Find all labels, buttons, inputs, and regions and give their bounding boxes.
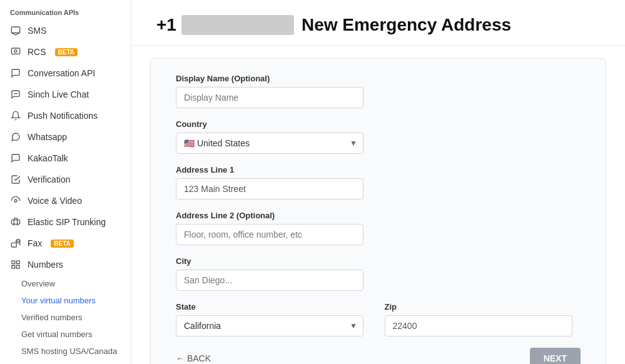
svg-rect-8: [12, 261, 15, 264]
fax-icon: [10, 238, 21, 249]
country-group: Country 🇺🇸 United States ▼: [176, 119, 581, 154]
sidebar-section-label: Communication APIs: [0, 0, 131, 20]
sidebar-item-conversation-api-label: Conversation API: [28, 68, 95, 78]
sidebar: Communication APIs SMS RCS BETA Conversa…: [0, 0, 131, 364]
svg-rect-0: [11, 27, 19, 33]
sidebar-item-elastic-sip-label: Elastic SIP Trunking: [28, 217, 106, 227]
sidebar-item-rcs-label: RCS: [28, 47, 46, 57]
bell-icon: [10, 110, 21, 121]
kakaotalk-icon: [10, 153, 21, 164]
display-name-group: Display Name (Optional): [176, 74, 581, 108]
sub-item-verified-numbers[interactable]: Verified numbers: [0, 309, 131, 326]
sidebar-item-voice-video-label: Voice & Video: [28, 196, 82, 206]
sidebar-item-kakaotalk[interactable]: KakaoTalk: [0, 148, 131, 169]
svg-rect-10: [12, 265, 15, 268]
state-label: State: [176, 302, 372, 311]
sidebar-item-whatsapp-label: Whatsapp: [28, 132, 67, 142]
svg-point-2: [14, 50, 17, 53]
country-label: Country: [176, 119, 581, 129]
zip-input[interactable]: [385, 315, 572, 336]
state-select[interactable]: California: [176, 315, 363, 336]
address-line1-label: Address Line 1: [176, 165, 581, 174]
sidebar-item-sinch-live-chat[interactable]: Sinch Live Chat: [0, 84, 131, 105]
zip-col: Zip: [385, 302, 581, 336]
zip-label: Zip: [385, 302, 581, 311]
sidebar-item-elastic-sip[interactable]: Elastic SIP Trunking: [0, 211, 131, 233]
sidebar-item-fax-label: Fax: [28, 238, 42, 248]
rcs-icon: [10, 46, 21, 58]
phone-number-blurred: [181, 15, 294, 35]
state-zip-group: State California ▼ Zip: [176, 302, 581, 336]
sidebar-item-whatsapp[interactable]: Whatsapp: [0, 126, 131, 148]
back-button[interactable]: ← BACK: [176, 353, 211, 363]
sidebar-item-sinch-live-chat-label: Sinch Live Chat: [28, 89, 89, 99]
sidebar-item-numbers-label: Numbers: [28, 260, 63, 270]
country-select-wrapper: 🇺🇸 United States ▼: [176, 133, 363, 154]
address-line2-label: Address Line 2 (Optional): [176, 211, 581, 220]
address-line1-group: Address Line 1: [176, 165, 581, 200]
voice-icon: [10, 195, 21, 206]
sidebar-item-push-notifications[interactable]: Push Notifications: [0, 105, 131, 126]
page-title: New Emergency Address: [302, 15, 511, 35]
svg-rect-9: [16, 261, 19, 264]
sub-item-get-virtual-numbers[interactable]: Get virtual numbers: [0, 326, 131, 343]
sidebar-item-sms-label: SMS: [28, 26, 46, 36]
country-select[interactable]: 🇺🇸 United States: [176, 133, 363, 154]
sms-icon: [10, 25, 21, 36]
next-button[interactable]: NEXT: [530, 348, 581, 364]
svg-rect-1: [11, 48, 19, 54]
svg-point-4: [14, 200, 17, 202]
state-select-wrapper: California ▼: [176, 315, 363, 336]
back-next-row: ← BACK NEXT: [176, 348, 581, 364]
city-input[interactable]: [176, 270, 363, 291]
city-group: City: [176, 256, 581, 291]
sinch-live-chat-icon: [10, 89, 21, 100]
display-name-label: Display Name (Optional): [176, 74, 581, 83]
sidebar-item-push-notifications-label: Push Notifications: [28, 111, 98, 121]
form-container: Display Name (Optional) Country 🇺🇸 Unite…: [150, 58, 606, 364]
display-name-input[interactable]: [176, 87, 363, 108]
numbers-icon: [10, 259, 21, 270]
page-header: +1 New Emergency Address: [131, 0, 625, 46]
sip-icon: [10, 216, 21, 228]
sub-item-sms-hosting[interactable]: SMS hosting USA/Canada: [0, 343, 131, 360]
svg-rect-11: [16, 265, 19, 268]
fax-beta-badge: BETA: [51, 240, 73, 248]
address-line2-group: Address Line 2 (Optional): [176, 211, 581, 245]
svg-rect-5: [11, 220, 19, 225]
sub-item-overview[interactable]: Overview: [0, 275, 131, 292]
phone-prefix: +1: [156, 15, 176, 35]
state-col: State California ▼: [176, 302, 372, 336]
rcs-beta-badge: BETA: [55, 48, 78, 56]
conversation-api-icon: [10, 68, 21, 79]
sidebar-item-fax[interactable]: Fax BETA: [0, 233, 131, 254]
sidebar-item-verification[interactable]: Verification: [0, 169, 131, 190]
sidebar-item-verification-label: Verification: [28, 174, 70, 185]
whatsapp-icon: [10, 131, 21, 143]
city-label: City: [176, 256, 581, 266]
numbers-sub-items: Overview Your virtual numbers Verified n…: [0, 275, 131, 364]
verification-icon: [10, 174, 21, 185]
sidebar-item-rcs[interactable]: RCS BETA: [0, 41, 131, 63]
sub-item-your-virtual-numbers[interactable]: Your virtual numbers: [0, 292, 131, 309]
address-line1-input[interactable]: [176, 178, 363, 200]
main-content: +1 New Emergency Address Display Name (O…: [131, 0, 625, 364]
sub-item-supporting-docs[interactable]: Supporting Documentation: [0, 360, 131, 364]
svg-rect-6: [11, 243, 16, 247]
sidebar-item-voice-video[interactable]: Voice & Video: [0, 190, 131, 211]
sidebar-item-kakaotalk-label: KakaoTalk: [28, 153, 68, 163]
sidebar-item-sms[interactable]: SMS: [0, 20, 131, 41]
sidebar-item-conversation-api[interactable]: Conversation API: [0, 63, 131, 84]
sidebar-item-numbers[interactable]: Numbers: [0, 254, 131, 275]
address-line2-input[interactable]: [176, 224, 363, 245]
